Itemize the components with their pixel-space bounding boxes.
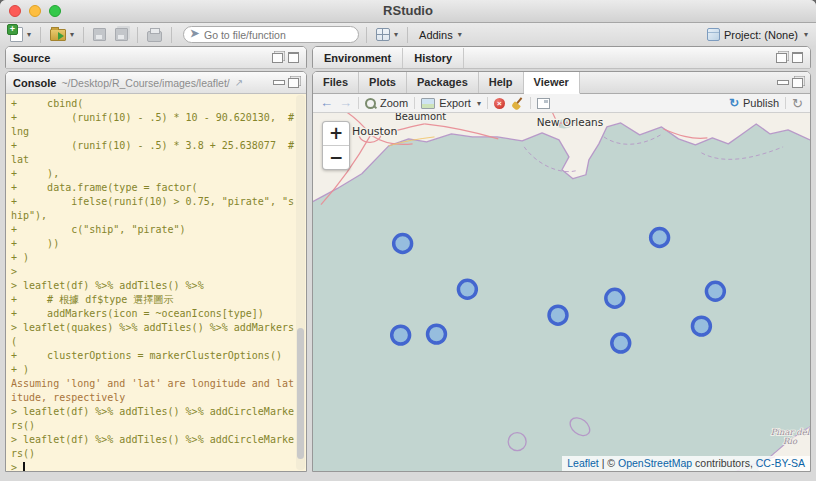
console-line: + ) [11,251,296,265]
tab-packages[interactable]: Packages [407,72,479,93]
leaflet-map[interactable]: HoustonBeaumontNew OrleansPinar delRío +… [313,113,810,471]
viewer-pane: FilesPlotsPackagesHelpViewer ← → Zoom Ex… [312,71,811,472]
chevron-down-icon: ▾ [804,30,808,39]
publish-icon: ↻ [729,97,739,109]
back-button[interactable]: ← [320,96,333,110]
console-line: + (runif(10) - .5) * 3.8 + 25.638077 # [11,139,296,153]
zoom-window-button[interactable] [49,5,61,17]
refresh-icon[interactable]: ↻ [792,97,803,110]
goto-file-search[interactable]: ➤ [183,26,359,43]
console-scrollbar-thumb[interactable] [297,328,304,459]
open-folder-icon [50,29,66,41]
window-title: RStudio [0,0,816,22]
console-line: ( [11,335,296,349]
console-line: + addMarkers(icon = ~oceanIcons[type]) [11,307,296,321]
console-output: + cbind(+ (runif(10) - .5) * 10 - 90.620… [6,94,306,471]
circle-marker[interactable] [606,289,624,307]
goto-directory-icon[interactable]: ↗ [235,77,243,88]
circle-marker[interactable] [706,282,724,300]
circle-marker[interactable] [428,325,446,343]
circle-marker[interactable] [392,326,410,344]
tab-help[interactable]: Help [479,72,524,93]
console-working-directory: ~/Desktop/R_Course/images/leaflet/ [61,77,229,89]
export-button[interactable]: Export ▾ [421,97,481,109]
clear-all-broom-button[interactable] [511,97,524,110]
circle-marker[interactable] [549,306,567,324]
addins-menu[interactable]: Addins ▾ [415,27,466,43]
circle-marker[interactable] [394,235,412,253]
project-cube-icon [707,28,720,41]
maximize-pane-icon[interactable] [792,52,803,63]
toolbar-separator [40,27,41,43]
attribution-text: | © [599,457,618,469]
console-line: lng [11,125,296,139]
tab-viewer[interactable]: Viewer [524,72,580,94]
console-line: + ) [11,363,296,377]
attribution-link[interactable]: Leaflet [567,457,599,469]
save-button[interactable] [91,27,108,42]
console-line: + # 根據 df$type 選擇圖示 [11,293,296,307]
panes-grid-icon [376,28,390,41]
title-bar: RStudio [0,0,816,23]
console-line: itude, respectively [11,391,296,405]
tab-environment[interactable]: Environment [313,48,403,68]
clear-viewer-button[interactable]: × [494,98,505,109]
attribution-link[interactable]: CC-BY-SA [756,457,805,469]
save-all-button[interactable] [113,27,130,42]
save-icon [93,28,106,41]
circle-marker[interactable] [458,280,476,298]
publish-button[interactable]: ↻ Publish [729,97,779,109]
attribution-link[interactable]: OpenStreetMap [618,457,692,469]
minimize-pane-icon[interactable] [777,79,787,87]
chevron-down-icon: ▾ [458,30,462,39]
console-pane-header[interactable]: Console ~/Desktop/R_Course/images/leafle… [6,72,306,94]
console-body[interactable]: + cbind(+ (runif(10) - .5) * 10 - 90.620… [6,94,306,471]
chevron-down-icon: ▾ [27,30,31,39]
open-file-button[interactable]: ▾ [48,28,76,42]
minimize-window-button[interactable] [29,5,41,17]
tab-files[interactable]: Files [313,72,359,93]
zoom-in-button[interactable]: + [323,122,349,146]
source-pane-header[interactable]: Source [6,47,306,69]
console-line: > leaflet(df) %>% addTiles() %>% [11,279,296,293]
restore-pane-icon[interactable] [272,53,283,63]
goto-file-input[interactable] [183,26,359,43]
open-in-new-window-button[interactable] [537,98,550,109]
export-label: Export [439,97,471,109]
restore-pane-icon[interactable] [288,78,299,88]
console-line: > [11,461,296,471]
console-line: hip"), [11,209,296,223]
console-scrollbar[interactable] [296,95,305,470]
tab-history[interactable]: History [403,48,464,68]
toolbar-separator [407,27,408,43]
minimize-pane-icon[interactable] [273,79,283,87]
map-attribution: Leaflet | © OpenStreetMap contributors, … [562,456,810,471]
console-pane: Console ~/Desktop/R_Course/images/leafle… [5,71,307,472]
project-menu[interactable]: Project: (None) ▾ [707,28,808,41]
print-button[interactable] [145,27,164,43]
console-line: rs() [11,419,296,433]
viewer-toolbar: ← → Zoom Export ▾ × ↻ [313,94,810,113]
console-line: + ), [11,167,296,181]
circle-marker[interactable] [612,334,630,352]
forward-button[interactable]: → [339,96,352,110]
circle-marker[interactable] [692,317,710,335]
restore-pane-icon[interactable] [776,53,787,63]
close-window-button[interactable] [9,5,21,17]
maximize-pane-icon[interactable] [288,52,299,63]
chevron-down-icon: ▾ [394,30,398,39]
new-file-button[interactable]: ▾ [8,26,33,43]
zoom-button[interactable]: Zoom [365,97,408,109]
zoom-out-button[interactable]: − [323,146,349,169]
map-label: Houston [352,125,397,138]
workspace-panes-button[interactable]: ▾ [374,27,400,42]
map-canvas: HoustonBeaumontNew OrleansPinar delRío [313,113,810,471]
save-all-icon [115,28,128,41]
viewer-tabstrip: FilesPlotsPackagesHelpViewer [313,72,810,94]
toolbar-separator [530,97,531,109]
tab-plots[interactable]: Plots [359,72,407,93]
circle-marker[interactable] [651,229,669,247]
environment-tabs: EnvironmentHistory [313,47,464,68]
toolbar-separator [358,97,359,109]
restore-pane-icon[interactable] [792,78,803,88]
